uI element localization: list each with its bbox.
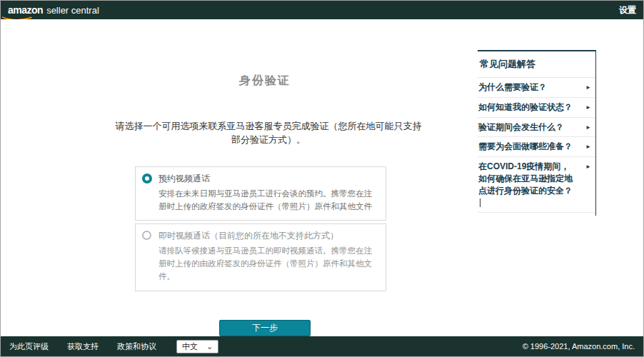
faq-item-meeting-prep[interactable]: 需要为会面做哪些准备？ ►	[478, 137, 595, 157]
main-content: 身份验证 请选择一个可用选项来联系亚马逊客服专员完成验证（您所在地可能只支持部分…	[1, 19, 643, 336]
footer-link-rate-page[interactable]: 为此页评级	[9, 341, 49, 352]
copyright-text: © 1996-2021, Amazon.com, Inc.	[523, 342, 635, 351]
arrow-right-icon: ►	[585, 143, 591, 151]
option-instant-video-call[interactable]: 即时视频通话（目前您的所在地不支持此方式） 请排队等候接通与亚马逊员工的即时视频…	[135, 223, 386, 291]
faq-item-label: 需要为会面做哪些准备？	[478, 141, 574, 153]
text-cursor	[480, 198, 481, 207]
faq-item-label: 为什么需要验证？	[478, 81, 574, 94]
seller-central-window: amazon seller central 设置 身份验证 请选择一个可用选项来…	[0, 0, 644, 357]
radio-selected-icon[interactable]	[142, 174, 152, 183]
option-title: 预约视频通话	[159, 173, 377, 185]
option-description: 请排队等候接通与亚马逊员工的即时视频通话。携带您在注册时上传的由政府签发的身份证…	[159, 245, 377, 283]
arrow-right-icon: ►	[585, 163, 591, 171]
language-selector-value: 中文	[182, 341, 198, 352]
faq-item-what-happens[interactable]: 验证期间会发生什么？ ►	[478, 118, 595, 138]
language-selector[interactable]: 中文 ⌄	[176, 340, 218, 353]
option-description: 安排在未来日期与亚马逊员工进行会谈的预约。携带您在注册时上传的政府签发的身份证件…	[159, 188, 377, 213]
page-title: 身份验证	[115, 74, 415, 89]
verification-options: 预约视频通话 安排在未来日期与亚马逊员工进行会谈的预约。携带您在注册时上传的政府…	[135, 166, 386, 291]
faq-item-verification-status[interactable]: 如何知道我的验证状态？ ►	[478, 98, 595, 118]
faq-panel: 常见问题解答 为什么需要验证？ ► 如何知道我的验证状态？ ► 验证期间会发生什…	[478, 50, 596, 216]
faq-item-why-verify[interactable]: 为什么需要验证？ ►	[478, 78, 595, 98]
footer-link-policies[interactable]: 政策和协议	[117, 341, 156, 352]
amazon-seller-central-logo[interactable]: amazon seller central	[8, 4, 99, 16]
option-scheduled-video-call[interactable]: 预约视频通话 安排在未来日期与亚马逊员工进行会谈的预约。携带您在注册时上传的政府…	[135, 166, 386, 221]
faq-header: 常见问题解答	[478, 51, 595, 78]
option-title: 即时视频通话（目前您的所在地不支持此方式）	[159, 230, 377, 242]
faq-item-label: 如何知道我的验证状态？	[478, 101, 574, 114]
footer-link-get-support[interactable]: 获取支持	[67, 341, 99, 352]
faq-item-label: 在COVID-19疫情期间，如何确保在亚马逊指定地点进行身份验证的安全？	[478, 161, 574, 208]
faq-item-label: 验证期间会发生什么？	[478, 121, 574, 134]
verification-column: 身份验证 请选择一个可用选项来联系亚马逊客服专员完成验证（您所在地可能只支持部分…	[115, 19, 415, 336]
chevron-down-icon: ⌄	[206, 345, 213, 348]
footer-bar: 为此页评级 获取支持 政策和协议 中文 ⌄ © 1996-2021, Amazo…	[1, 336, 643, 356]
arrow-right-icon: ►	[585, 104, 591, 111]
settings-link[interactable]: 设置	[619, 4, 636, 16]
instruction-text: 请选择一个可用选项来联系亚马逊客服专员完成验证（您所在地可能只支持部分验证方式）…	[115, 120, 422, 147]
arrow-right-icon: ►	[585, 84, 591, 91]
seller-central-text: seller central	[46, 5, 99, 16]
top-bar: amazon seller central 设置	[1, 1, 643, 19]
radio-unselected-icon[interactable]	[142, 231, 151, 240]
faq-item-covid-safety[interactable]: 在COVID-19疫情期间，如何确保在亚马逊指定地点进行身份验证的安全？ ►	[478, 157, 595, 213]
arrow-right-icon: ►	[585, 124, 591, 131]
next-button[interactable]: 下一步	[219, 320, 311, 336]
amazon-logo-text: amazon	[8, 4, 43, 16]
